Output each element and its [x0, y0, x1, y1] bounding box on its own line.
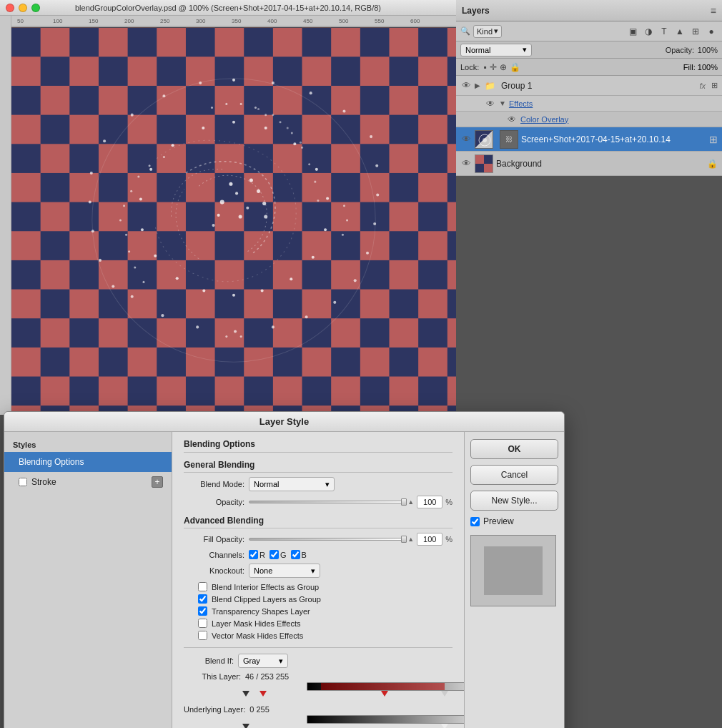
blend-mode-select[interactable]: Normal ▾ [249, 477, 335, 491]
svg-point-98 [239, 215, 242, 218]
underlying-white-handle[interactable] [441, 724, 448, 728]
this-layer-values: 46 / 253 255 [245, 672, 289, 681]
group-expand-arrow[interactable]: ▶ [475, 82, 480, 89]
channel-r-checkbox[interactable] [249, 550, 258, 559]
blend-mode-form-row: Blend Mode: Normal ▾ [184, 477, 453, 491]
blend-clipped-checkbox[interactable] [198, 594, 207, 604]
effects-expand[interactable]: ▼ [499, 99, 506, 107]
blend-mode-arrow: ▾ [325, 480, 330, 489]
visibility-effects[interactable]: 👁 [485, 98, 496, 109]
this-layer-white-handle[interactable] [441, 691, 448, 697]
blend-mode-label: Blend Mode: [184, 480, 244, 488]
fill-opacity-thumb[interactable] [401, 536, 407, 543]
knockout-dropdown[interactable]: None ▾ [249, 564, 320, 578]
smart-filter-icon[interactable]: ⊞ [689, 25, 702, 38]
svg-point-23 [342, 110, 345, 113]
visibility-screenshot[interactable]: 👁 [460, 134, 472, 145]
svg-point-58 [154, 255, 157, 257]
svg-point-94 [220, 200, 224, 205]
close-button[interactable] [6, 4, 14, 12]
group1-name: Group 1 [501, 81, 696, 91]
svg-point-90 [257, 108, 259, 110]
vector-mask-hides-checkbox[interactable] [198, 631, 207, 640]
svg-point-91 [272, 114, 274, 116]
svg-point-39 [333, 301, 336, 304]
layer-background[interactable]: 👁 Background 🔒 [456, 152, 722, 176]
svg-point-95 [235, 192, 238, 195]
blend-mode-dropdown[interactable]: Normal ▾ [460, 44, 532, 56]
ok-button[interactable]: OK [470, 439, 558, 459]
kind-dropdown[interactable]: Kind ▾ [473, 25, 502, 38]
this-layer-black-handle-left[interactable] [242, 691, 249, 697]
sidebar-item-blending-options[interactable]: Blending Options [4, 452, 172, 472]
new-style-button[interactable]: New Style... [470, 491, 558, 511]
svg-point-30 [376, 193, 379, 196]
visibility-color-overlay[interactable]: 👁 [506, 114, 518, 125]
vector-mask-hides-row: Vector Mask Hides Effects [184, 631, 453, 640]
channel-g-checkbox[interactable] [269, 550, 279, 559]
screenshot-options-icon[interactable]: ⊞ [709, 134, 718, 145]
cancel-button[interactable]: Cancel [470, 465, 558, 485]
layer-mask-hides-checkbox[interactable] [198, 619, 207, 628]
this-layer-red-handle-right[interactable] [381, 691, 388, 697]
adjustment-filter-icon[interactable]: ◑ [642, 25, 655, 38]
svg-point-87 [308, 163, 310, 165]
layers-menu-icon[interactable]: ≡ [711, 5, 716, 16]
layers-title: Layers [462, 6, 490, 16]
svg-point-29 [375, 164, 378, 167]
lock-all-icon[interactable]: 🔒 [510, 62, 520, 72]
traffic-lights[interactable] [6, 4, 40, 12]
maximize-button[interactable] [31, 4, 40, 12]
visibility-background[interactable]: 👁 [460, 158, 472, 169]
lock-move-icon[interactable]: ✛ [490, 62, 497, 72]
type-filter-icon[interactable]: T [658, 25, 671, 38]
opacity-value-input[interactable]: 100 [417, 496, 442, 508]
window-title: blendGroupColorOverlay.psd @ 100% (Scree… [75, 4, 381, 12]
group1-fx: fx [699, 82, 706, 90]
svg-point-92 [287, 127, 289, 129]
layer-group1[interactable]: 👁 ▶ 📁 Group 1 fx ⊞ [456, 76, 722, 96]
fill-opacity-input[interactable]: 100 [417, 533, 442, 546]
opacity-percent: % [445, 498, 453, 506]
blending-options-header: Blending Options [184, 439, 453, 453]
svg-point-25 [199, 82, 202, 84]
svg-text:600: 600 [410, 18, 420, 24]
blend-if-dropdown[interactable]: Gray ▾ [238, 654, 288, 668]
svg-point-27 [131, 114, 134, 117]
svg-point-48 [293, 142, 296, 145]
svg-point-64 [119, 219, 122, 221]
svg-point-67 [130, 190, 132, 192]
effects-label[interactable]: Effects [509, 99, 533, 108]
shape-filter-icon[interactable]: ▲ [673, 25, 686, 38]
svg-point-63 [202, 127, 204, 129]
this-layer-red-handle-left[interactable] [259, 691, 267, 697]
opacity-slider-thumb[interactable] [401, 498, 407, 506]
color-overlay-label[interactable]: Color Overlay [520, 115, 568, 124]
underlying-black-handle[interactable] [242, 724, 249, 728]
svg-point-21 [272, 82, 275, 84]
dialog-body: Styles Blending Options Stroke + Blendin… [4, 432, 564, 728]
transparency-shapes-row: Transparency Shapes Layer [184, 606, 453, 616]
pixel-filter-icon[interactable]: ▣ [626, 25, 639, 38]
lock-artboards-icon[interactable]: ⊕ [500, 62, 507, 72]
sidebar-item-stroke[interactable]: Stroke + [4, 472, 172, 492]
lock-pixels-icon[interactable]: ▪ [483, 62, 486, 72]
stroke-label: Stroke [31, 477, 56, 487]
add-stroke-button[interactable]: + [152, 476, 163, 488]
svg-point-61 [149, 168, 152, 171]
blend-clipped-label: Blend Clipped Layers as Group [212, 595, 321, 604]
preview-checkbox[interactable] [470, 517, 480, 526]
opacity-form-row: Opacity: ▲ 100 % [184, 496, 453, 508]
blend-interior-checkbox[interactable] [198, 582, 207, 591]
lock-toggle-icon[interactable]: ● [705, 25, 718, 38]
svg-point-54 [261, 290, 264, 292]
transparency-shapes-checkbox[interactable] [198, 606, 207, 616]
layer-screenshot[interactable]: 👁 ⛓ Screen+Shot+2017-04-15+at+20.10.14 ⊞ [456, 127, 722, 152]
color-overlay-row[interactable]: 👁 Color Overlay [456, 112, 722, 127]
opacity-slider[interactable] [249, 501, 405, 503]
channel-b-checkbox[interactable] [291, 550, 300, 559]
visibility-toggle-group1[interactable]: 👁 [460, 80, 472, 92]
minimize-button[interactable] [19, 4, 27, 12]
fill-opacity-slider[interactable] [249, 538, 405, 541]
stroke-checkbox[interactable] [19, 478, 27, 486]
